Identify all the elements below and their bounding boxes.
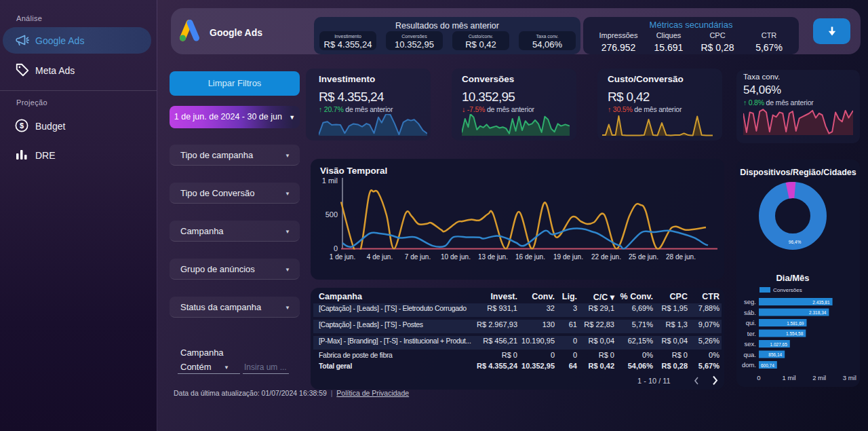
- svg-text:Conversões: Conversões: [773, 287, 802, 293]
- svg-text:3 mil: 3 mil: [843, 374, 856, 381]
- svg-text:19 de jun.: 19 de jun.: [553, 253, 583, 261]
- svg-text:28 de jun.: 28 de jun.: [666, 253, 696, 261]
- svg-text:0: 0: [334, 244, 338, 252]
- svg-text:856,14: 856,14: [768, 352, 782, 357]
- svg-text:500: 500: [326, 210, 338, 219]
- svg-text:2 mil: 2 mil: [812, 374, 826, 381]
- svg-text:10 de jun.: 10 de jun.: [441, 253, 471, 261]
- svg-text:Dia/Mês: Dia/Mês: [776, 273, 809, 283]
- svg-text:seg.: seg.: [744, 298, 756, 305]
- svg-text:96,4%: 96,4%: [789, 240, 802, 244]
- svg-text:1 de jun.: 1 de jun.: [330, 253, 355, 261]
- svg-text:22 de jun.: 22 de jun.: [591, 253, 621, 261]
- svg-text:1.581,69: 1.581,69: [787, 321, 804, 326]
- svg-text:25 de jun.: 25 de jun.: [629, 253, 658, 261]
- svg-text:dom.: dom.: [742, 361, 756, 369]
- svg-text:13 de jun.: 13 de jun.: [478, 253, 508, 261]
- svg-text:1 mil: 1 mil: [322, 176, 338, 185]
- svg-text:1 mil: 1 mil: [783, 374, 796, 381]
- svg-text:4 de jun.: 4 de jun.: [367, 253, 393, 261]
- svg-text:1.027,65: 1.027,65: [770, 342, 787, 347]
- svg-text:0: 0: [757, 374, 760, 381]
- svg-text:ter.: ter.: [747, 330, 756, 337]
- svg-text:2.435,81: 2.435,81: [812, 300, 830, 305]
- svg-text:2.318,34: 2.318,34: [809, 310, 827, 315]
- svg-text:16 de jun.: 16 de jun.: [515, 253, 545, 261]
- svg-text:1.554,58: 1.554,58: [786, 331, 804, 336]
- svg-text:sáb.: sáb.: [744, 309, 756, 316]
- svg-text:sex.: sex.: [745, 340, 756, 348]
- svg-text:$: $: [20, 121, 24, 130]
- svg-text:7 de jun.: 7 de jun.: [405, 253, 431, 261]
- svg-text:600,74: 600,74: [761, 363, 774, 368]
- svg-text:qui.: qui.: [746, 319, 756, 326]
- svg-text:qua.: qua.: [744, 351, 757, 358]
